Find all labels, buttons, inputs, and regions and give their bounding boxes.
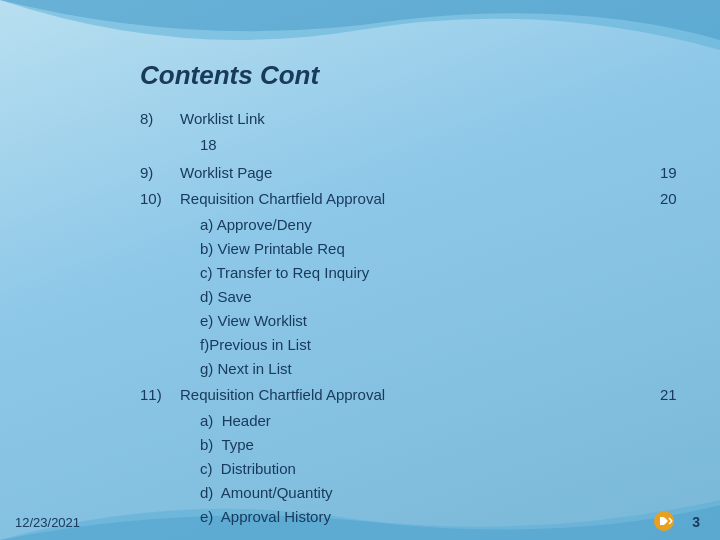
sub-11e: e) Approval History [200,505,690,529]
content-area: Contents Cont 8) Worklist Link 18 9) Wor… [140,60,690,490]
footer-date: 12/23/2021 [15,515,80,530]
item-9-text: Worklist Page [180,161,580,185]
item-9-page: 19 [660,161,690,185]
item-8-page-number: 18 [200,136,217,153]
item-9-number: 9) [140,161,180,185]
sub-10f: f)Previous in List [200,333,690,357]
item-11-page: 21 [660,383,690,407]
toc-item-8: 8) Worklist Link [140,107,690,131]
sub-10a: a) Approve/Deny [200,213,690,237]
item-10-text: Requisition Chartfield Approval [180,187,650,211]
item-11-subitems: a) Header b) Type c) Distribution d) Amo… [200,409,690,529]
background: Contents Cont 8) Worklist Link 18 9) Wor… [0,0,720,540]
item-10-subitems: a) Approve/Deny b) View Printable Req c)… [200,213,690,381]
toc-item-10: 10) Requisition Chartfield Approval 20 [140,187,690,211]
item-8-number: 8) [140,107,180,131]
sub-10e: e) View Worklist [200,309,690,333]
page-title: Contents Cont [140,60,690,91]
item-8-text: Worklist Link [180,107,660,131]
item-10-number: 10) [140,187,180,211]
sound-icon[interactable] [653,510,675,532]
sub-10g: g) Next in List [200,357,690,381]
sub-11c: c) Distribution [200,457,690,481]
sub-10c: c) Transfer to Req Inquiry [200,261,690,285]
item-11-text: Requisition Chartfield Approval [180,383,650,407]
sub-11d: d) Amount/Quantity [200,481,690,505]
sub-10b: b) View Printable Req [200,237,690,261]
item-11-number: 11) [140,383,180,407]
toc-list: 8) Worklist Link 18 9) Worklist Page 19 … [140,107,690,529]
item-8-page-indent: 18 [200,133,690,157]
toc-item-11: 11) Requisition Chartfield Approval 21 [140,383,690,407]
item-10-page: 20 [660,187,690,211]
sub-10d: d) Save [200,285,690,309]
toc-item-9: 9) Worklist Page 19 [140,161,690,185]
sub-11b: b) Type [200,433,690,457]
sub-11a: a) Header [200,409,690,433]
footer-page-number: 3 [692,514,700,530]
